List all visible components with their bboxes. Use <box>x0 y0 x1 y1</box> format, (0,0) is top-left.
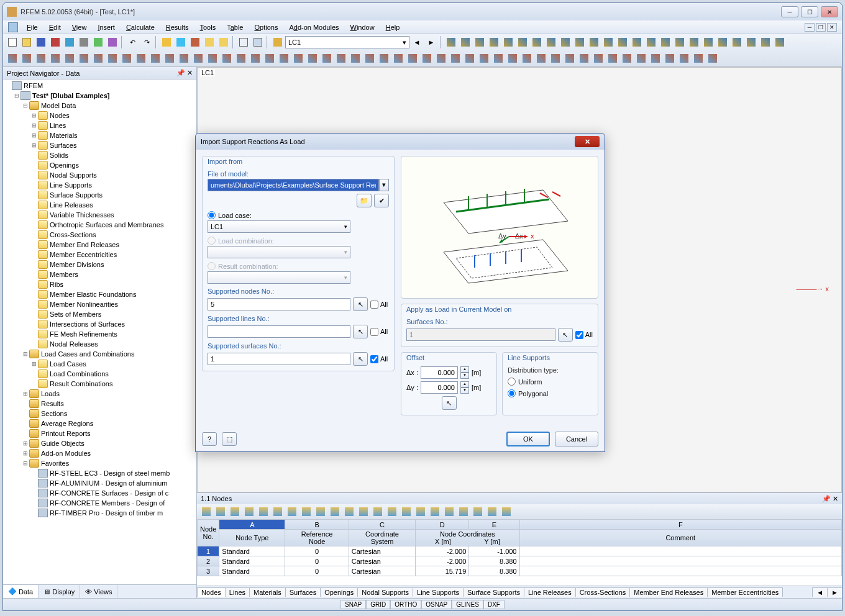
tb-icon[interactable] <box>334 52 348 65</box>
open-icon[interactable] <box>20 35 34 49</box>
tree-item[interactable]: Nodal Releases <box>4 339 195 349</box>
minimize-button[interactable]: ─ <box>781 6 798 17</box>
browse-icon[interactable]: 📁 <box>357 194 372 207</box>
tb-icon[interactable] <box>228 505 242 519</box>
tb-icon[interactable] <box>91 52 105 65</box>
tree-item[interactable]: ⊞Nodes <box>4 111 195 120</box>
table-tab[interactable]: Surface Supports <box>463 587 524 597</box>
tb-icon[interactable] <box>349 52 362 65</box>
tb-icon[interactable] <box>663 52 677 65</box>
tree-item[interactable]: ⊞Load Cases <box>4 359 195 369</box>
tb-icon[interactable] <box>701 35 715 49</box>
tree-item[interactable]: Member Elastic Foundations <box>4 289 195 299</box>
table-tab[interactable]: Nodes <box>197 587 226 597</box>
tree-item[interactable]: ⊟Model Data <box>4 101 195 111</box>
table-tab[interactable]: Materials <box>249 587 286 597</box>
tb-icon[interactable] <box>677 52 691 65</box>
table-tab[interactable]: Lines <box>225 587 250 597</box>
tb-icon[interactable] <box>630 35 644 49</box>
tb-icon[interactable] <box>649 52 662 65</box>
col-comment[interactable]: Comment <box>519 530 842 546</box>
tb-icon[interactable] <box>217 35 231 49</box>
col-d[interactable]: D <box>416 520 469 530</box>
tb-icon[interactable] <box>377 52 391 65</box>
tb-icon[interactable] <box>306 52 319 65</box>
tb-icon[interactable] <box>544 35 558 49</box>
tree-item[interactable]: ⊟Load Cases and Combinations <box>4 349 195 359</box>
tree-item[interactable]: Variable Thicknesses <box>4 210 195 220</box>
tb-icon[interactable] <box>249 52 262 65</box>
tb-icon[interactable] <box>199 505 213 519</box>
tb-icon[interactable] <box>773 35 787 49</box>
tb-icon[interactable] <box>188 35 202 49</box>
tb-icon[interactable] <box>271 505 285 519</box>
tree-item[interactable]: RF-ALUMINIUM - Design of aluminium <box>4 478 195 488</box>
tb-icon[interactable] <box>191 52 205 65</box>
tb-icon[interactable] <box>6 52 19 65</box>
tree-item[interactable]: ⊞Guide Objects <box>4 438 195 448</box>
tb-icon[interactable] <box>357 505 370 519</box>
tb-icon[interactable] <box>506 52 519 65</box>
all-surfaces-check[interactable] <box>370 355 378 363</box>
col-f[interactable]: F <box>519 520 842 530</box>
child-minimize[interactable]: ─ <box>805 23 815 32</box>
tb-icon[interactable] <box>414 505 427 519</box>
tab-scroll-right[interactable]: ► <box>827 587 842 597</box>
tb-icon[interactable] <box>471 505 485 519</box>
tree-item[interactable]: Member End Releases <box>4 240 195 250</box>
tree-item[interactable]: FE Mesh Refinements <box>4 329 195 339</box>
tree-item[interactable]: ⊞Add-on Modules <box>4 448 195 458</box>
tb-icon[interactable] <box>491 52 505 65</box>
tb-icon[interactable] <box>420 52 434 65</box>
tb-icon[interactable] <box>459 35 472 49</box>
tree-item[interactable]: ⊞Materials <box>4 130 195 140</box>
col-a[interactable]: A <box>219 520 285 530</box>
tab-data[interactable]: 🔷 Data <box>3 585 39 598</box>
tb-icon[interactable] <box>463 52 477 65</box>
panel-pin-icon[interactable]: 📌 ✕ <box>822 495 838 503</box>
tb-icon[interactable] <box>371 505 385 519</box>
status-cell[interactable]: GRID <box>366 600 390 609</box>
col-type[interactable]: Node Type <box>219 530 285 546</box>
pick-icon[interactable]: ↖ <box>353 352 368 366</box>
supported-nodes-input[interactable] <box>208 298 350 310</box>
tb-icon[interactable] <box>214 505 227 519</box>
menu-window[interactable]: Window <box>345 22 380 32</box>
tree-item[interactable]: Solids <box>4 150 195 160</box>
tb-icon[interactable] <box>220 52 234 65</box>
tb-icon[interactable] <box>48 35 62 49</box>
app-menu-icon[interactable] <box>8 22 18 32</box>
menu-view[interactable]: View <box>67 22 92 32</box>
tree-item[interactable]: ⊟Favorites <box>4 458 195 468</box>
tb-icon[interactable] <box>251 35 265 49</box>
table-tab[interactable]: Member Eccentricities <box>707 587 783 597</box>
tb-icon[interactable] <box>477 52 491 65</box>
tab-scroll-left[interactable]: ◄ <box>812 587 828 597</box>
tree-item[interactable]: RF-TIMBER Pro - Design of timber m <box>4 508 195 518</box>
tb-icon[interactable] <box>385 505 399 519</box>
child-restore[interactable]: ❐ <box>816 23 826 32</box>
dx-spinner[interactable]: ▲▼ <box>460 366 469 379</box>
tb-icon[interactable] <box>263 52 276 65</box>
tb-icon[interactable] <box>328 505 342 519</box>
help-icon[interactable]: ? <box>202 432 217 446</box>
units-icon[interactable]: ⬚ <box>222 432 237 446</box>
file-dropdown-icon[interactable]: ▾ <box>379 179 389 191</box>
tb-icon[interactable] <box>534 52 548 65</box>
tree-item[interactable]: Member Nonlinearities <box>4 299 195 309</box>
prev-icon[interactable]: ◄ <box>410 35 424 49</box>
tb-icon[interactable] <box>744 35 758 49</box>
pick-icon[interactable]: ↖ <box>558 328 573 342</box>
tb-icon[interactable] <box>160 35 173 49</box>
tb-icon[interactable] <box>34 52 48 65</box>
tree-item[interactable]: Line Supports <box>4 180 195 190</box>
table-tab[interactable]: Line Releases <box>524 587 576 597</box>
menu-calculate[interactable]: Calculate <box>121 22 160 32</box>
tb-icon[interactable] <box>587 35 601 49</box>
tb-icon[interactable] <box>91 35 105 49</box>
status-cell[interactable]: GLINES <box>452 600 483 609</box>
tb-icon[interactable] <box>63 35 76 49</box>
tree-item[interactable]: ⊞Surfaces <box>4 140 195 150</box>
col-ref[interactable]: ReferenceNode <box>285 530 349 546</box>
tb-icon[interactable] <box>673 35 687 49</box>
